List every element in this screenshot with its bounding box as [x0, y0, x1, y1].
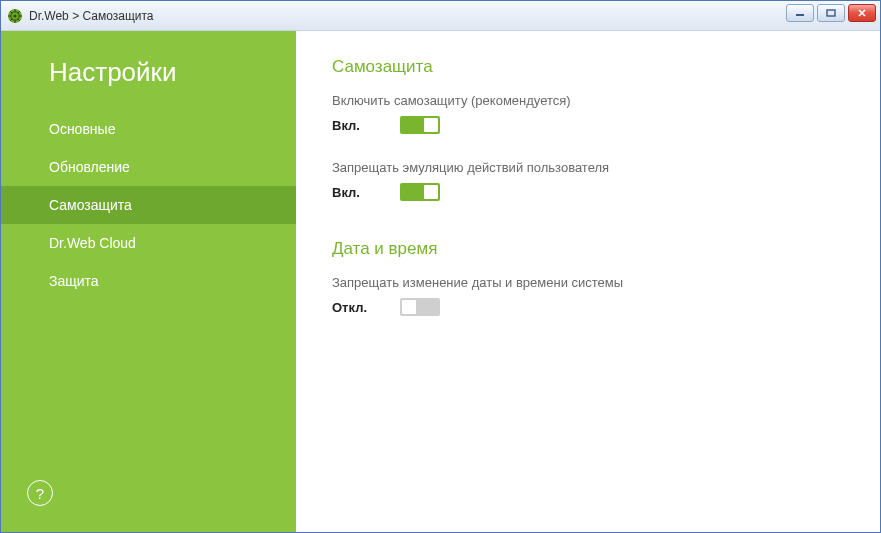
close-button[interactable] [848, 4, 876, 22]
section-selfprotection: Самозащита Включить самозащиту (рекоменд… [332, 57, 844, 201]
window-title: Dr.Web > Самозащита [29, 9, 154, 23]
toggle-selfprotection[interactable] [400, 116, 440, 134]
help-button[interactable]: ? [27, 480, 53, 506]
setting-desc: Запрещать изменение даты и времени систе… [332, 275, 844, 290]
toggle-knob [424, 185, 438, 199]
svg-rect-12 [827, 10, 835, 16]
main-content: Самозащита Включить самозащиту (рекоменд… [296, 31, 880, 532]
app-window: Dr.Web > Самозащита Настройки Основные О… [0, 0, 881, 533]
sidebar-item-update[interactable]: Обновление [1, 148, 296, 186]
toggle-knob [424, 118, 438, 132]
sidebar: Настройки Основные Обновление Самозащита… [1, 31, 296, 532]
sidebar-item-cloud[interactable]: Dr.Web Cloud [1, 224, 296, 262]
titlebar[interactable]: Dr.Web > Самозащита [1, 1, 880, 31]
toggle-state-label: Откл. [332, 300, 372, 315]
toggle-state-label: Вкл. [332, 118, 372, 133]
setting-row: Вкл. [332, 116, 844, 134]
setting-row: Вкл. [332, 183, 844, 201]
section-datetime: Дата и время Запрещать изменение даты и … [332, 239, 844, 316]
svg-point-2 [13, 14, 16, 17]
sidebar-title: Настройки [1, 31, 296, 110]
toggle-knob [402, 300, 416, 314]
setting-desc: Включить самозащиту (рекомендуется) [332, 93, 844, 108]
sidebar-item-general[interactable]: Основные [1, 110, 296, 148]
setting-desc: Запрещать эмуляцию действий пользователя [332, 160, 844, 175]
window-controls [786, 4, 876, 22]
sidebar-item-protection[interactable]: Защита [1, 262, 296, 300]
sidebar-item-selfprotection[interactable]: Самозащита [1, 186, 296, 224]
section-title: Дата и время [332, 239, 844, 259]
svg-rect-11 [796, 14, 804, 16]
help-icon: ? [36, 485, 44, 502]
setting-row: Откл. [332, 298, 844, 316]
section-title: Самозащита [332, 57, 844, 77]
toggle-block-datetime[interactable] [400, 298, 440, 316]
body: Настройки Основные Обновление Самозащита… [1, 31, 880, 532]
maximize-button[interactable] [817, 4, 845, 22]
toggle-block-emulation[interactable] [400, 183, 440, 201]
minimize-button[interactable] [786, 4, 814, 22]
app-icon [7, 8, 23, 24]
toggle-state-label: Вкл. [332, 185, 372, 200]
